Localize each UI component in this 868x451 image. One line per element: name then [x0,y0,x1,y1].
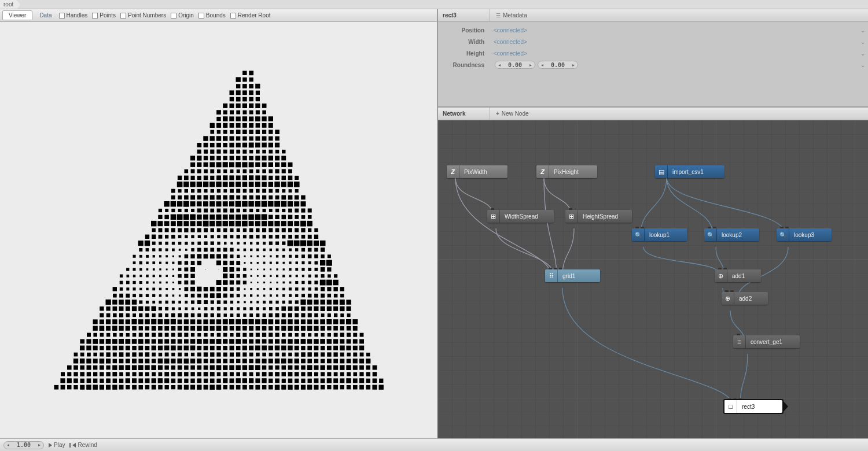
roundness-y-spinner[interactable]: ◂ 0.00 ▸ [538,61,578,69]
svg-rect-1115 [294,365,299,370]
svg-rect-492 [308,261,311,264]
svg-rect-573 [250,282,252,283]
frame-spinner[interactable]: ◂ 1.00 ▸ [3,441,44,449]
spinner-left-icon[interactable]: ◂ [495,62,503,68]
spinner-left-icon[interactable]: ◂ [4,442,12,448]
svg-rect-594 [159,288,161,290]
svg-rect-1154 [229,372,233,376]
node-grid1[interactable]: grid1 [545,269,600,282]
svg-rect-1153 [223,372,227,376]
svg-rect-102 [282,150,286,154]
play-button[interactable]: Play [49,442,65,448]
svg-rect-575 [263,282,265,283]
svg-rect-1091 [138,365,144,370]
svg-rect-942 [352,339,357,344]
node-lookup2[interactable]: lookup2 [704,228,759,241]
svg-rect-369 [262,235,266,238]
svg-rect-236 [203,201,208,206]
node-label: lookup3 [789,232,819,238]
spinner-right-icon[interactable]: ▸ [35,442,43,448]
svg-rect-265 [242,209,246,212]
node-rect3[interactable]: rect3 [724,400,782,413]
svg-rect-529 [139,275,142,277]
breadcrumb-root[interactable]: root [0,0,17,9]
svg-rect-659 [105,300,111,305]
svg-rect-601 [203,287,208,291]
svg-rect-545 [270,275,271,277]
svg-rect-985 [346,346,351,350]
node-pixheight[interactable]: PixHeight [536,165,597,178]
roundness-y-value[interactable]: 0.00 [546,62,569,68]
svg-rect-357 [185,235,188,239]
svg-rect-219 [236,195,240,199]
svg-rect-1097 [177,365,182,370]
rewind-button[interactable]: Rewind [69,442,97,448]
svg-rect-863 [126,333,129,337]
svg-rect-1243 [158,385,163,390]
svg-rect-671 [185,301,187,304]
network-canvas[interactable]: PixWidth PixHeight WidthSpread HeightSpr… [438,120,868,438]
svg-rect-994 [112,353,116,357]
frame-value[interactable]: 1.00 [12,442,35,448]
svg-rect-477 [197,261,201,265]
svg-rect-378 [138,241,143,246]
svg-rect-144 [249,169,253,173]
svg-rect-361 [210,235,214,238]
roundness-x-spinner[interactable]: ◂ 0.00 ▸ [495,61,535,69]
svg-rect-414 [185,249,187,251]
prop-width-value[interactable]: <connected> [490,39,858,45]
svg-rect-154 [197,176,201,180]
new-node-button[interactable]: New Node [490,110,535,117]
node-lookup1[interactable]: lookup1 [632,228,687,241]
svg-rect-807 [300,319,305,324]
data-tab[interactable]: Data [37,11,54,20]
metadata-button[interactable]: Metadata [490,12,533,19]
node-convert-ge1[interactable]: convert_ge1 [733,335,800,348]
handles-checkbox[interactable]: Handles [59,12,88,19]
spinner-right-icon[interactable]: ▸ [527,62,535,68]
node-add1[interactable]: add1 [715,269,761,282]
svg-rect-307 [196,221,201,226]
node-widthspread[interactable]: WidthSpread [487,210,554,223]
checkbox-icon [171,13,176,19]
svg-rect-762 [269,313,273,317]
node-import-csv1[interactable]: import_csv1 [655,165,724,178]
svg-rect-257 [191,209,194,212]
svg-rect-954 [145,346,149,350]
svg-rect-587 [112,287,116,291]
points-checkbox[interactable]: Points [92,12,116,19]
prop-roundness-expand[interactable]: ⌄ [858,62,868,68]
viewer-tab[interactable]: Viewer [2,10,32,20]
svg-rect-938 [326,339,332,344]
svg-rect-358 [191,235,194,239]
prop-height-value[interactable]: <connected> [490,50,858,57]
checkbox-icon [92,13,98,19]
svg-rect-1182 [93,379,97,383]
node-heightspread[interactable]: HeightSpread [565,210,632,223]
roundness-x-value[interactable]: 0.00 [503,62,527,68]
prop-width-label: Width [438,39,490,45]
svg-rect-911 [151,339,156,344]
viewer-canvas[interactable] [0,22,437,438]
checkbox-icon [59,13,65,19]
spinner-right-icon[interactable]: ▸ [569,62,578,68]
node-pixwidth[interactable]: PixWidth [447,165,507,178]
viewer-tab-label: Viewer [9,12,26,19]
prop-width-expand[interactable]: ⌄ [858,39,868,45]
render-root-checkbox[interactable]: Render Root [230,12,271,19]
origin-checkbox[interactable]: Origin [171,12,194,19]
prop-position-expand[interactable]: ⌄ [858,27,868,34]
svg-rect-1257 [249,385,253,390]
point-numbers-checkbox[interactable]: Point Numbers [120,12,166,19]
svg-rect-1074 [333,359,338,364]
prop-height-expand[interactable]: ⌄ [858,50,868,57]
svg-rect-217 [223,195,227,200]
spinner-left-icon[interactable]: ◂ [538,62,546,68]
svg-rect-709 [178,308,181,310]
svg-rect-797 [236,319,241,324]
prop-position-value[interactable]: <connected> [490,27,858,34]
svg-rect-783 [145,319,150,324]
node-lookup3[interactable]: lookup3 [777,228,832,241]
node-add2[interactable]: add2 [722,292,768,305]
bounds-checkbox[interactable]: Bounds [198,12,226,19]
